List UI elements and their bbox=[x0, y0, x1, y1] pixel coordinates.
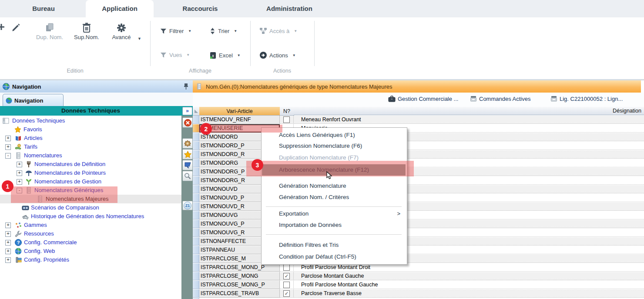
row-selector[interactable] bbox=[193, 220, 199, 228]
collapse-panel-button[interactable]: » bbox=[182, 107, 192, 115]
expand-icon[interactable]: + bbox=[5, 223, 11, 228]
actions-button[interactable]: Actions ▼ bbox=[260, 52, 296, 59]
expand-icon[interactable]: + bbox=[5, 257, 11, 263]
row-selector[interactable] bbox=[193, 176, 199, 185]
row-selector[interactable] bbox=[193, 229, 199, 237]
table-row[interactable]: ISTMONOUVG_R bbox=[193, 229, 644, 237]
expand-icon[interactable]: + bbox=[5, 249, 11, 254]
table-row[interactable]: ISTMONOUVG_P bbox=[193, 220, 644, 229]
table-row[interactable]: ISTNONAFFECTE bbox=[193, 237, 644, 246]
tree-item-nomenclatures-gestion[interactable]: + Nomenclatures de Gestion bbox=[0, 177, 181, 186]
table-row[interactable]: ISTMONOUVD_P bbox=[193, 194, 644, 203]
checkbox-unchecked[interactable] bbox=[283, 116, 290, 123]
tree-item-config-commerciale[interactable]: + ? Config. Commerciale bbox=[0, 238, 181, 247]
checkbox-checked[interactable]: ✓ bbox=[283, 290, 290, 297]
views-dropdown-arrow[interactable]: ▼ bbox=[186, 53, 190, 57]
menu-item-condition-par-defaut[interactable]: Condition par Défaut (Ctrl-F5) bbox=[262, 251, 406, 262]
row-selector[interactable] bbox=[193, 185, 199, 193]
vari-article-cell[interactable]: ISTMENOUV_RENF bbox=[199, 116, 280, 124]
vari-article-cell[interactable]: ISTPARCLOSE_MONG_P bbox=[199, 281, 280, 289]
menu-item-suppression-nomenclature[interactable]: Suppression Nomenclature (F6) bbox=[262, 140, 406, 152]
table-row[interactable]: ISTPARCLOSE_MONG_P Profil Parclose Monta… bbox=[193, 281, 644, 289]
tree-item-config-proprietes[interactable]: + Config. Propriétés bbox=[0, 256, 181, 264]
tab-navigation[interactable]: Navigation bbox=[3, 94, 64, 106]
tree-item-tarifs[interactable]: + Tarifs bbox=[0, 143, 181, 151]
designation-cell[interactable]: Meneau Renfort Ouvrant bbox=[294, 116, 644, 124]
sort-button[interactable]: Trier ▼ bbox=[210, 28, 237, 34]
menu-item-exportation[interactable]: Exportation > bbox=[262, 208, 406, 219]
ribbon-tab-administration[interactable]: Administration bbox=[252, 0, 326, 17]
table-row[interactable]: ISTMENOUV_RENF Meneau Renfort Ouvrant bbox=[193, 116, 644, 124]
designation-cell[interactable]: Parclose Montant Gauche bbox=[294, 272, 644, 280]
tree-item-nomenclatures-pointeurs[interactable]: + Nomenclatures de Pointeurs bbox=[0, 169, 181, 177]
z1-button[interactable]: Z1 bbox=[182, 201, 193, 210]
table-row[interactable]: ISTPANNEAU bbox=[193, 246, 644, 255]
table-row[interactable]: ISTMONOUVD_R bbox=[193, 203, 644, 211]
screen-button[interactable] bbox=[182, 160, 193, 170]
actions-dropdown-arrow[interactable]: ▼ bbox=[292, 53, 296, 57]
tab-lig-c221000052-a[interactable]: Lig. C221000052 : Lign... bbox=[550, 96, 623, 102]
expand-icon[interactable]: + bbox=[5, 231, 11, 237]
tree-item-ressources[interactable]: + Ressources bbox=[0, 229, 181, 238]
row-selector[interactable] bbox=[193, 237, 199, 246]
row-selector[interactable] bbox=[193, 142, 199, 150]
row-selector[interactable] bbox=[193, 255, 199, 263]
n-cell[interactable] bbox=[280, 116, 294, 124]
designation-cell[interactable]: Parclose Traverse Basse bbox=[294, 289, 644, 298]
tree-item-gammes[interactable]: + Gammes bbox=[0, 221, 181, 229]
row-selector[interactable] bbox=[193, 194, 199, 202]
sort-dropdown-arrow[interactable]: ▼ bbox=[234, 29, 237, 33]
table-row[interactable]: ISTPARCLOSE_M bbox=[193, 255, 644, 263]
collapse-icon[interactable]: - bbox=[5, 153, 11, 159]
menu-item-acces-liens-generiques[interactable]: Accès Liens Génériques (F1) bbox=[262, 130, 406, 141]
expand-icon[interactable]: + bbox=[5, 136, 11, 141]
table-row[interactable]: ISTMONOUVD bbox=[193, 185, 644, 194]
row-selector[interactable] bbox=[193, 211, 199, 219]
table-row[interactable]: ISTPARCLOSE_TRAVB ✓ Parclose Traverse Ba… bbox=[193, 289, 644, 298]
tree-item-historique-generation[interactable]: Historique de Génération des Nomenclatur… bbox=[0, 212, 181, 221]
expand-icon[interactable]: + bbox=[17, 170, 22, 176]
tab-commandes-actives[interactable]: Commandes Actives bbox=[470, 96, 531, 102]
vari-article-cell[interactable]: ISTPARCLOSE_TRAVB bbox=[199, 289, 280, 298]
table-row[interactable]: ISTMONOUVG bbox=[193, 211, 644, 220]
row-selector[interactable] bbox=[193, 203, 199, 211]
badge-star-button[interactable] bbox=[182, 138, 193, 149]
table-row[interactable]: ISTPARCLOSE_MONG ✓ Parclose Montant Gauc… bbox=[193, 272, 644, 281]
table-row[interactable]: ISTMONDORD_P bbox=[193, 142, 644, 150]
advanced-button[interactable]: Avancé bbox=[108, 23, 135, 40]
expand-icon[interactable]: + bbox=[17, 179, 22, 185]
table-row[interactable]: ISTMONDORD_R bbox=[193, 150, 644, 159]
row-selector[interactable] bbox=[193, 272, 199, 280]
tree-item-nomenclatures[interactable]: - Nomenclatures bbox=[0, 151, 181, 160]
edit-button[interactable] bbox=[11, 23, 21, 32]
checkbox-checked[interactable]: ✓ bbox=[283, 273, 290, 279]
menu-item-importation-donnees[interactable]: Importation de Données bbox=[262, 219, 406, 231]
row-selector[interactable] bbox=[193, 246, 199, 254]
ribbon-tab-bureau[interactable]: Bureau bbox=[15, 0, 72, 17]
column-header-vari-article[interactable]: Vari-Article bbox=[199, 107, 280, 116]
row-selector[interactable] bbox=[193, 159, 199, 167]
excel-button[interactable]: x Excel ▼ bbox=[210, 52, 241, 59]
expand-icon[interactable]: + bbox=[17, 162, 22, 167]
column-header-designation[interactable]: Désignation bbox=[294, 107, 644, 115]
row-selector[interactable] bbox=[193, 150, 199, 159]
new-button[interactable] bbox=[0, 23, 6, 31]
n-cell[interactable] bbox=[280, 281, 294, 289]
row-selector[interactable] bbox=[193, 168, 199, 176]
table-row[interactable]: ISTPARCLOSE_MOND_P Profil Parclose Monta… bbox=[193, 263, 644, 272]
checkbox-unchecked[interactable] bbox=[283, 282, 290, 288]
advanced-dropdown-arrow[interactable]: ▼ bbox=[138, 37, 141, 41]
row-selector-selected[interactable] bbox=[193, 124, 199, 133]
checkbox-unchecked[interactable] bbox=[283, 264, 290, 271]
access-dropdown-arrow[interactable]: ▼ bbox=[294, 29, 297, 33]
row-selector[interactable] bbox=[193, 133, 199, 141]
n-cell[interactable]: ✓ bbox=[280, 289, 294, 298]
tree-item-scenarios-comparaison[interactable]: Scénarios de Comparaison bbox=[0, 203, 181, 212]
expand-icon[interactable]: + bbox=[5, 240, 11, 246]
n-cell[interactable]: ✓ bbox=[280, 272, 294, 280]
row-selector[interactable] bbox=[193, 116, 199, 124]
delete-nomenclature-button[interactable]: Sup.Nom. bbox=[71, 23, 102, 40]
table-row[interactable]: ISTMONDORG_R bbox=[193, 176, 644, 185]
row-selector[interactable] bbox=[193, 263, 199, 272]
ribbon-tab-application[interactable]: Application bbox=[86, 0, 154, 17]
